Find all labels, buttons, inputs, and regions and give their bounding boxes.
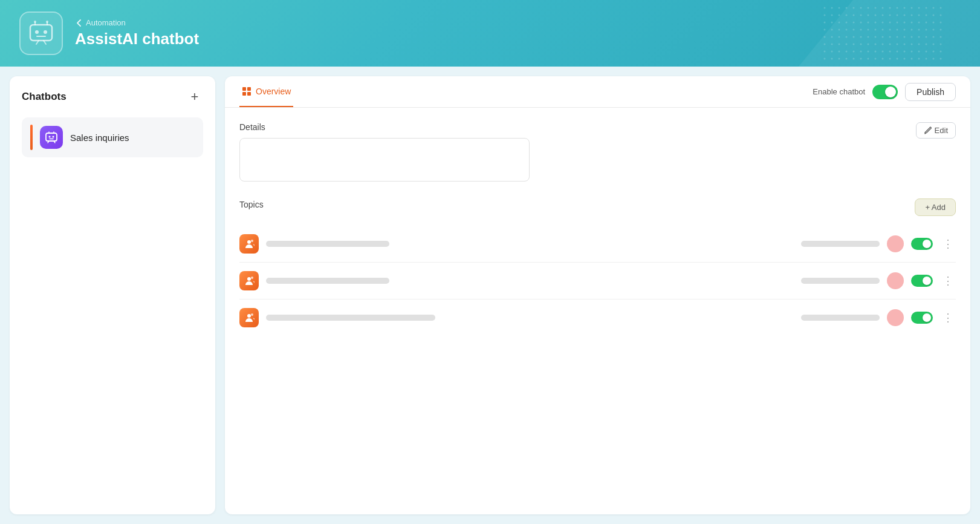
content-body: Details Edit Topics + Add [225,108,970,514]
svg-rect-21 [247,87,251,91]
edit-button[interactable]: Edit [916,122,956,139]
main-layout: Chatbots + Sales inquiries [0,67,980,524]
topic-icon [239,234,259,254]
svg-point-3 [35,30,39,34]
header-text-group: Automation AssistAI chatbot [75,18,199,48]
svg-point-7 [34,21,36,23]
sidebar-title: Chatbots [22,91,67,103]
svg-point-14 [53,136,54,138]
topic-toggle[interactable] [911,238,933,250]
header: Automation AssistAI chatbot [0,0,980,67]
topic-tag-placeholder [801,241,880,247]
content-panel: Overview Enable chatbot Publish Details [225,76,970,514]
topic-avatar [887,309,904,326]
svg-point-24 [247,240,251,244]
topic-more-button[interactable]: ⋮ [940,235,956,253]
enable-chatbot-toggle[interactable] [872,85,898,99]
svg-point-4 [44,30,47,34]
publish-button[interactable]: Publish [905,83,956,101]
chatbot-item-name: Sales inquiries [70,133,129,143]
chatbot-icon-svg [45,131,58,144]
topics-label: Topics [239,200,264,209]
topic-icon-svg [244,275,255,286]
svg-rect-2 [30,25,52,41]
sidebar-header: Chatbots + [22,88,203,105]
svg-point-27 [251,277,253,279]
topic-tag-placeholder [801,278,880,284]
topic-icon-svg [244,238,255,249]
topics-header: Topics + Add [239,198,956,216]
details-section: Details Edit [239,122,956,198]
app-logo [19,11,63,55]
svg-rect-22 [242,92,246,96]
details-label: Details [239,122,530,132]
edit-icon [924,126,932,134]
sidebar: Chatbots + Sales inquiries [10,76,215,514]
topic-icon [239,308,259,327]
topic-toggle[interactable] [911,275,933,287]
svg-rect-12 [46,133,57,141]
details-left: Details [239,122,530,198]
topic-tag-placeholder [801,315,880,321]
topic-row: ⋮ [239,263,956,300]
topic-icon [239,271,259,290]
topic-name-placeholder [266,241,472,247]
details-input-box[interactable] [239,138,530,182]
svg-point-25 [251,240,253,242]
tab-bar: Overview Enable chatbot Publish [225,76,970,108]
svg-point-13 [49,136,51,138]
tab-overview-label: Overview [256,87,291,96]
add-topic-button[interactable]: + Add [915,198,956,216]
topic-icon-svg [244,312,255,323]
header-decoration [823,6,944,61]
tab-list: Overview [239,76,293,107]
overview-tab-icon [242,87,251,96]
svg-rect-1 [823,6,944,61]
topic-row: ⋮ [239,226,956,263]
topic-avatar [887,272,904,289]
chatbot-accent-bar [30,125,33,150]
topics-list: ⋮ [239,226,956,336]
topic-toggle[interactable] [911,312,933,324]
breadcrumb[interactable]: Automation [75,18,199,27]
topic-more-button[interactable]: ⋮ [940,309,956,327]
page-title: AssistAI chatbot [75,30,199,48]
svg-point-26 [247,277,251,281]
chatbot-logo-icon [28,20,54,47]
chatbot-item-icon [40,126,63,149]
topic-more-button[interactable]: ⋮ [940,272,956,290]
svg-point-9 [46,21,48,23]
topic-avatar [887,235,904,252]
tab-right-controls: Enable chatbot Publish [813,83,956,101]
enable-chatbot-label: Enable chatbot [813,87,865,96]
svg-point-28 [247,314,251,318]
topic-name-placeholder [266,315,508,321]
topic-name-placeholder [266,278,472,284]
svg-rect-20 [242,87,246,91]
add-chatbot-button[interactable]: + [186,88,203,105]
tab-overview[interactable]: Overview [239,76,293,107]
topic-row: ⋮ [239,300,956,336]
chatbot-list-item[interactable]: Sales inquiries [22,117,203,157]
svg-rect-23 [247,92,251,96]
svg-point-29 [251,313,253,316]
back-arrow-icon [75,19,83,27]
